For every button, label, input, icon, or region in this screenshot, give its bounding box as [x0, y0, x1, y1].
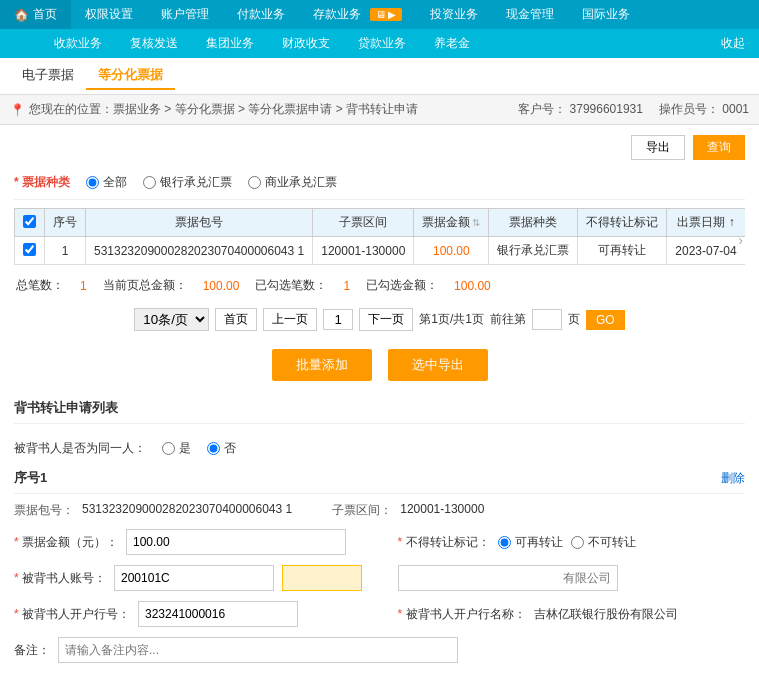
- next-page-btn[interactable]: 下一页: [359, 308, 413, 331]
- select-all-checkbox[interactable]: [23, 215, 36, 228]
- endorsee-same-label: 被背书人是否为同一人：: [14, 440, 146, 457]
- nav-permissions[interactable]: 权限设置: [71, 0, 147, 29]
- radio-bank[interactable]: 银行承兑汇票: [143, 174, 232, 191]
- seq-number: 序号1: [14, 469, 47, 487]
- nav-cash-mgmt[interactable]: 现金管理: [492, 0, 568, 29]
- export-button[interactable]: 导出: [631, 135, 685, 160]
- row-checkbox-cell: [15, 237, 45, 265]
- tab-electronic-bills[interactable]: 电子票据: [10, 62, 86, 90]
- query-button[interactable]: 查询: [693, 135, 745, 160]
- prev-page-btn[interactable]: 上一页: [263, 308, 317, 331]
- th-transfer-mark: 不得转让标记: [578, 209, 667, 237]
- amount-sort-icon: ⇅: [472, 217, 480, 228]
- delete-link[interactable]: 删除: [721, 470, 745, 487]
- summary-row: 总笔数： 1 当前页总金额： 100.00 已勾选笔数： 1 已勾选金额： 10…: [14, 271, 745, 300]
- tab-equal-bills[interactable]: 等分化票据: [86, 62, 175, 90]
- row-sub-range: 120001-130000: [313, 237, 414, 265]
- transfer-cannot-input[interactable]: [571, 536, 584, 549]
- checked-count-value: 1: [343, 279, 350, 293]
- filter-row: 票据种类 全部 银行承兑汇票 商业承兑汇票: [14, 166, 745, 200]
- location-bar: 📍 您现在的位置：票据业务 > 等分化票据 > 等分化票据申请 > 背书转让申请…: [0, 95, 759, 125]
- endorsee-name-input[interactable]: [398, 565, 618, 591]
- remark-input[interactable]: [58, 637, 458, 663]
- operator-no: 操作员号： 0001: [659, 101, 749, 118]
- row-issue-date: 2023-07-04: [667, 237, 745, 265]
- row-type: 银行承兑汇票: [489, 237, 578, 265]
- field-endorsee-account: 被背书人账号：: [14, 565, 362, 591]
- go-btn[interactable]: GO: [586, 310, 625, 330]
- transfer-can-input[interactable]: [498, 536, 511, 549]
- nav-collapse[interactable]: 收起: [707, 29, 759, 58]
- remark-label: 备注：: [14, 642, 50, 659]
- breadcrumb-tabs: 电子票据 等分化票据: [10, 62, 175, 90]
- transfer-can-radio[interactable]: 可再转让: [498, 534, 563, 551]
- breadcrumb-bar: 电子票据 等分化票据: [0, 58, 759, 95]
- nav-pension[interactable]: 养老金: [420, 29, 484, 58]
- nav-account-mgmt[interactable]: 账户管理: [147, 0, 223, 29]
- row-checkbox[interactable]: [23, 243, 36, 256]
- nav-group-biz[interactable]: 集团业务: [192, 29, 268, 58]
- transfer-mark-label: 不得转让标记：: [398, 534, 490, 551]
- field-open-bank-name: 被背书人开户行名称： 吉林亿联银行股份有限公司: [398, 606, 746, 623]
- field-transfer-mark: 不得转让标记： 可再转让 不可转让: [398, 534, 746, 551]
- endorsee-account-input[interactable]: [114, 565, 274, 591]
- open-bank-name-value: 吉林亿联银行股份有限公司: [534, 606, 678, 623]
- checked-count-label: 已勾选笔数：: [255, 277, 327, 294]
- info-sub-range: 子票区间： 120001-130000: [332, 502, 484, 519]
- export-selected-button[interactable]: 选中导出: [388, 349, 488, 381]
- radio-all[interactable]: 全部: [86, 174, 127, 191]
- nav-row-2: 收款业务 复核发送 集团业务 财政收支 贷款业务 养老金 收起: [0, 29, 759, 58]
- radio-commerce-input[interactable]: [248, 176, 261, 189]
- open-bank-no-input[interactable]: [138, 601, 298, 627]
- endorsee-no-radio[interactable]: 否: [207, 440, 236, 457]
- first-page-btn[interactable]: 首页: [215, 308, 257, 331]
- nav-investment[interactable]: 投资业务: [416, 0, 492, 29]
- nav-fiscal[interactable]: 财政收支: [268, 29, 344, 58]
- nav-icon-2: ▶: [388, 9, 396, 20]
- transfer-section-title: 背书转让申请列表: [14, 391, 745, 424]
- th-checkbox: [15, 209, 45, 237]
- nav-review-send[interactable]: 复核发送: [116, 29, 192, 58]
- go-to-page-input[interactable]: [532, 309, 562, 330]
- endorsee-yes-radio[interactable]: 是: [162, 440, 191, 457]
- field-remark: 备注：: [14, 637, 745, 663]
- breadcrumb-path: 📍 您现在的位置：票据业务 > 等分化票据 > 等分化票据申请 > 背书转让申请: [10, 101, 418, 118]
- nav-payment[interactable]: 付款业务: [223, 0, 299, 29]
- total-label: 总笔数：: [16, 277, 64, 294]
- th-amount: 票据金额 ⇅: [414, 209, 489, 237]
- user-info: 客户号： 37996601931 操作员号： 0001: [518, 101, 749, 118]
- nav-collection[interactable]: 收款业务: [40, 29, 116, 58]
- row-amount: 100.00: [414, 237, 489, 265]
- endorsee-no-input[interactable]: [207, 442, 220, 455]
- form-row-2: 被背书人账号：: [14, 565, 745, 591]
- endorsee-yes-input[interactable]: [162, 442, 175, 455]
- transfer-cannot-radio[interactable]: 不可转让: [571, 534, 636, 551]
- nav-international[interactable]: 国际业务: [568, 0, 644, 29]
- radio-bank-input[interactable]: [143, 176, 156, 189]
- th-package-no: 票据包号: [86, 209, 313, 237]
- radio-commerce[interactable]: 商业承兑汇票: [248, 174, 337, 191]
- pagination: 10条/页 首页 上一页 下一页 第1页/共1页 前往第 页 GO: [14, 300, 745, 339]
- endorsee-same-row: 被背书人是否为同一人： 是 否: [14, 434, 745, 463]
- main-content: 导出 查询 票据种类 全部 银行承兑汇票 商业承兑汇票: [0, 125, 759, 679]
- seq-header: 序号1 删除: [14, 463, 745, 494]
- row-seq: 1: [45, 237, 86, 265]
- endorsee-account-suffix-input[interactable]: [282, 565, 362, 591]
- page-info: 第1页/共1页: [419, 311, 484, 328]
- ticket-type-radio-group: 全部 银行承兑汇票 商业承兑汇票: [86, 174, 337, 191]
- nav-loans[interactable]: 贷款业务: [344, 29, 420, 58]
- current-page-input[interactable]: [323, 309, 353, 330]
- open-bank-name-label: 被背书人开户行名称：: [398, 606, 526, 623]
- per-page-select[interactable]: 10条/页: [134, 308, 209, 331]
- nav-deposits[interactable]: 存款业务 🖥 ▶: [299, 0, 416, 29]
- row-package-no: 531323209000282023070400006043 1: [86, 237, 313, 265]
- bills-table: 序号 票据包号 子票区间 票据金额 ⇅ 票据种类 不得转让标记 出票日期 ↑ 到…: [14, 208, 745, 265]
- checked-amount-value: 100.00: [454, 279, 491, 293]
- nav-home[interactable]: 🏠 首页: [0, 0, 71, 29]
- th-sub-range: 子票区间: [313, 209, 414, 237]
- batch-add-button[interactable]: 批量添加: [272, 349, 372, 381]
- amount-input[interactable]: [126, 529, 346, 555]
- radio-all-input[interactable]: [86, 176, 99, 189]
- row-transfer-mark: 可再转让: [578, 237, 667, 265]
- th-seq: 序号: [45, 209, 86, 237]
